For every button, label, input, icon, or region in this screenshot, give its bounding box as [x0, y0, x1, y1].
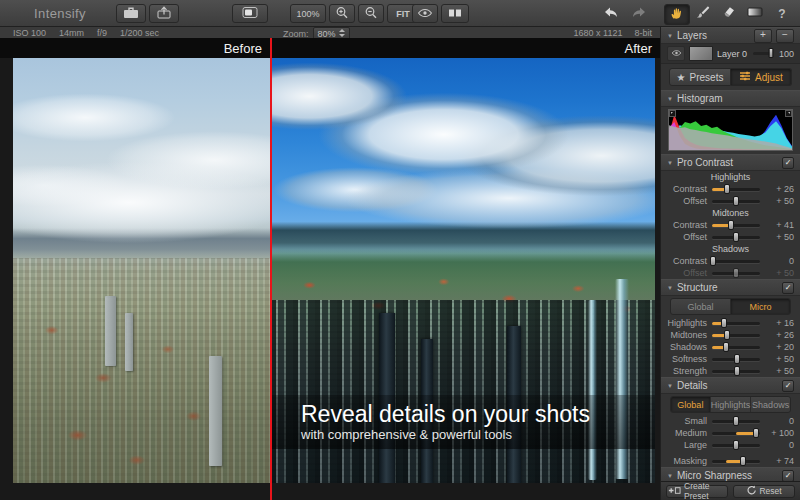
slider-thumb[interactable] [724, 184, 730, 194]
large-slider[interactable] [712, 444, 760, 447]
slider-thumb[interactable] [734, 354, 740, 364]
shutter-value: 1/200 sec [120, 28, 159, 38]
eraser-tool-button[interactable] [716, 4, 740, 23]
highlights-slider[interactable] [712, 322, 760, 325]
remove-layer-button[interactable]: − [776, 29, 794, 43]
split-view-button[interactable] [441, 4, 469, 23]
slider-thumb[interactable] [723, 342, 729, 352]
export-button[interactable] [149, 4, 179, 23]
reset-button[interactable]: Reset [733, 485, 795, 498]
tab-micro[interactable]: Micro [731, 299, 790, 314]
layers-section-header[interactable]: ▼ Layers + − [661, 27, 800, 44]
fit-label: FIT [396, 9, 410, 19]
add-layer-button[interactable]: + [754, 29, 772, 43]
layers-title: Layers [677, 30, 707, 41]
create-preset-button[interactable]: Create Preset [666, 485, 728, 498]
contrast-slider[interactable] [712, 260, 760, 263]
brush-tool-button[interactable] [690, 4, 714, 23]
contrast-slider[interactable] [712, 224, 760, 227]
contrast-slider[interactable] [712, 188, 760, 191]
contrast-slider-row: Contrast+ 41 [661, 219, 800, 231]
preview-toggle-button[interactable] [412, 4, 438, 23]
slider-thumb[interactable] [733, 416, 739, 426]
slider-thumb[interactable] [734, 366, 740, 376]
adjust-button[interactable]: Adjust [731, 68, 792, 86]
split-view-icon [447, 7, 463, 21]
slider-thumb[interactable] [753, 428, 759, 438]
structure-checkbox[interactable] [782, 282, 794, 294]
micro-sharpness-checkbox[interactable] [782, 470, 794, 482]
small-slider[interactable] [712, 420, 760, 423]
tab-global[interactable]: Global [671, 299, 731, 314]
compare-view-button[interactable] [232, 4, 268, 23]
presets-button[interactable]: ★ Presets [669, 68, 731, 86]
slider-thumb[interactable] [724, 330, 730, 340]
sliders-icon [739, 71, 751, 83]
zoom-in-button[interactable] [329, 4, 355, 23]
hand-tool-button[interactable] [664, 4, 690, 25]
slider-thumb[interactable] [740, 456, 746, 466]
after-photo[interactable]: Reveal details on your shots with compre… [271, 58, 655, 483]
offset-slider[interactable] [712, 272, 760, 275]
details-section-header[interactable]: ▼ Details [661, 377, 800, 394]
layer-visibility-button[interactable] [667, 46, 685, 61]
slider-thumb[interactable] [733, 232, 739, 242]
slider-thumb[interactable] [721, 318, 727, 328]
after-shiny-tower [615, 279, 629, 479]
structure-section-header[interactable]: ▼ Structure [661, 279, 800, 296]
slider-thumb[interactable] [733, 440, 739, 450]
midtones-slider[interactable] [712, 334, 760, 337]
offset-slider[interactable] [712, 200, 760, 203]
shadow-clipping-button[interactable] [669, 110, 676, 117]
bit-depth-value: 8-bit [634, 28, 652, 38]
contrast-slider-row: Contrast0 [661, 255, 800, 267]
medium-slider-value: + 100 [764, 428, 794, 438]
compare-divider-handle[interactable] [270, 38, 272, 500]
pro-contrast-checkbox[interactable] [782, 157, 794, 169]
slider-thumb[interactable] [728, 220, 734, 230]
strength-slider-value: + 50 [764, 366, 794, 376]
midtones-slider-value: + 26 [764, 330, 794, 340]
marketing-overlay: Reveal details on your shots with compre… [271, 395, 655, 449]
undo-button[interactable] [598, 4, 624, 23]
before-photo[interactable] [13, 58, 271, 483]
tab-highlights[interactable]: Highlights [711, 397, 752, 412]
highlight-clipping-button[interactable] [785, 110, 792, 117]
offset-slider[interactable] [712, 236, 760, 239]
before-tower [125, 313, 133, 371]
slider-thumb[interactable] [733, 196, 739, 206]
layer-thumbnail[interactable] [689, 46, 713, 61]
photo-preview[interactable]: Reveal details on your shots with compre… [13, 58, 655, 483]
zoom-out-button[interactable] [358, 4, 384, 23]
slider-thumb[interactable] [769, 48, 774, 58]
masking-slider[interactable] [712, 460, 760, 463]
zoom-percent-button[interactable]: 100% [290, 4, 326, 23]
layer-row[interactable]: Layer 0 100 [661, 44, 800, 64]
histogram-section-header[interactable]: ▼ Histogram [661, 90, 800, 107]
gradient-tool-button[interactable] [742, 4, 768, 23]
softness-slider[interactable] [712, 358, 760, 361]
share-icon [156, 6, 172, 21]
offset-slider-label: Offset [661, 232, 707, 242]
redo-button[interactable] [626, 4, 652, 23]
layer-opacity-slider[interactable] [753, 52, 772, 55]
midtones-group-label: Midtones [661, 207, 800, 219]
tab-global[interactable]: Global [671, 397, 711, 412]
medium-slider[interactable] [712, 432, 760, 435]
strength-slider[interactable] [712, 370, 760, 373]
open-file-button[interactable] [116, 4, 146, 23]
after-shiny-tower [588, 300, 597, 480]
details-checkbox[interactable] [782, 380, 794, 392]
midtones-slider-label: Midtones [661, 330, 707, 340]
slider-thumb[interactable] [733, 268, 739, 278]
shadows-slider[interactable] [712, 346, 760, 349]
help-button[interactable]: ? [772, 4, 792, 23]
tab-shadows[interactable]: Shadows [751, 397, 790, 412]
contrast-slider-label: Contrast [661, 184, 707, 194]
pro-contrast-section-header[interactable]: ▼ Pro Contrast [661, 154, 800, 171]
canvas-area[interactable]: Before After Rev [0, 38, 660, 500]
offset-slider-row: Offset+ 50 [661, 267, 800, 279]
slider-thumb[interactable] [710, 256, 716, 266]
brush-icon [695, 5, 710, 22]
micro-sharpness-section-header[interactable]: ▼ Micro Sharpness [661, 467, 800, 481]
